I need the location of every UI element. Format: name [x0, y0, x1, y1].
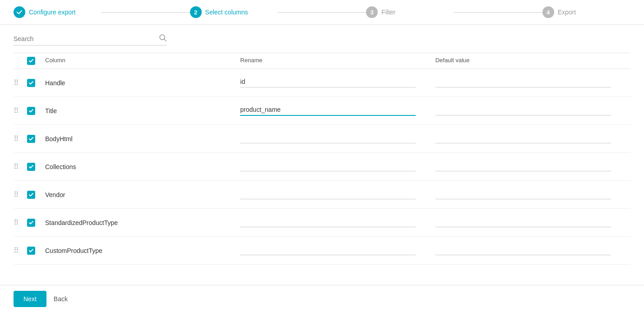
column-name-custom: CustomProductType [45, 247, 240, 254]
step-export: 4 Export [542, 6, 630, 18]
row-checkbox-title[interactable] [27, 107, 35, 115]
step-filter: 3 Filter [366, 6, 454, 18]
drag-col-header [14, 57, 27, 65]
default-cell-custom [436, 246, 630, 255]
column-name-vendor: Vendor [45, 191, 240, 198]
rename-input-collections[interactable] [240, 162, 416, 171]
drag-handle[interactable]: ⠿ [14, 78, 27, 87]
row-checkbox-handle[interactable] [27, 79, 35, 87]
row-checkbox-cell [27, 191, 45, 199]
back-button[interactable]: Back [54, 295, 68, 303]
row-checkbox-cell [27, 163, 45, 171]
rename-cell-collections [240, 162, 435, 171]
step-3-label: Filter [381, 9, 395, 16]
step-1-label: Configure export [29, 9, 76, 16]
step-2-label: Select columns [205, 9, 248, 16]
default-input-bodyhtml[interactable] [436, 134, 611, 143]
rename-cell-standardized [240, 218, 435, 227]
next-button[interactable]: Next [14, 291, 46, 307]
table-row: ⠿ Collections [14, 153, 630, 181]
table-row: ⠿ CustomProductType [14, 237, 630, 265]
rename-cell-custom [240, 246, 435, 255]
rename-input-vendor[interactable] [240, 190, 416, 199]
search-input-wrap [14, 34, 167, 46]
rename-input-bodyhtml[interactable] [240, 134, 416, 143]
default-cell-title [436, 106, 630, 115]
column-header: Column [45, 57, 240, 65]
drag-handle[interactable]: ⠿ [14, 190, 27, 199]
row-checkbox-cell [27, 247, 45, 255]
step-1-circle [14, 6, 25, 18]
step-configure-export: Configure export [14, 6, 102, 18]
default-cell-vendor [436, 190, 630, 199]
rename-header: Rename [240, 57, 435, 65]
row-checkbox-standardized[interactable] [27, 219, 35, 227]
rename-cell-handle [240, 78, 435, 87]
default-value-header: Default value [436, 57, 630, 65]
row-checkbox-cell [27, 107, 45, 115]
select-all-checkbox[interactable] [27, 57, 35, 65]
main-content: Column Rename Default value ⠿ Handle ⠿ [0, 25, 644, 285]
column-name-collections: Collections [45, 163, 240, 170]
rename-input-handle[interactable] [240, 78, 416, 87]
rename-input-custom[interactable] [240, 246, 416, 255]
drag-handle[interactable]: ⠿ [14, 134, 27, 143]
default-input-collections[interactable] [436, 162, 611, 171]
drag-handle[interactable]: ⠿ [14, 162, 27, 171]
rename-input-standardized[interactable] [240, 218, 416, 227]
rename-cell-title [240, 106, 435, 116]
step-3-circle: 3 [366, 6, 378, 18]
step-4-circle: 4 [542, 6, 554, 18]
step-select-columns: 2 Select columns [190, 6, 278, 18]
search-container [14, 34, 167, 46]
step-line-1 [102, 12, 190, 13]
table-row: ⠿ BodyHtml [14, 125, 630, 153]
column-name-handle: Handle [45, 79, 240, 87]
default-input-standardized[interactable] [436, 218, 611, 227]
row-checkbox-cell [27, 79, 45, 87]
default-input-custom[interactable] [436, 246, 611, 255]
table-row: ⠿ Vendor [14, 181, 630, 209]
step-line-3 [454, 12, 542, 13]
row-checkbox-bodyhtml[interactable] [27, 135, 35, 143]
search-input[interactable] [14, 35, 159, 42]
drag-handle[interactable]: ⠿ [14, 106, 27, 115]
rename-cell-bodyhtml [240, 134, 435, 143]
row-checkbox-vendor[interactable] [27, 191, 35, 199]
drag-handle[interactable]: ⠿ [14, 246, 27, 255]
step-2-circle: 2 [190, 6, 202, 18]
default-cell-standardized [436, 218, 630, 227]
default-cell-bodyhtml [436, 134, 630, 143]
step-4-label: Export [558, 9, 576, 16]
row-checkbox-collections[interactable] [27, 163, 35, 171]
footer: Next Back [0, 285, 644, 312]
column-name-bodyhtml: BodyHtml [45, 135, 240, 142]
search-icon [159, 34, 167, 43]
column-name-standardized: StandardizedProductType [45, 219, 240, 226]
rename-input-title[interactable] [240, 106, 416, 116]
default-input-vendor[interactable] [436, 190, 611, 199]
table-header: Column Rename Default value [14, 53, 630, 69]
default-input-handle[interactable] [436, 78, 611, 87]
table-row: ⠿ Title [14, 97, 630, 125]
rename-cell-vendor [240, 190, 435, 199]
columns-table: Column Rename Default value ⠿ Handle ⠿ [14, 53, 630, 276]
row-checkbox-cell [27, 219, 45, 227]
default-cell-handle [436, 78, 630, 87]
default-input-title[interactable] [436, 106, 611, 115]
row-checkbox-custom[interactable] [27, 247, 35, 255]
drag-handle[interactable]: ⠿ [14, 218, 27, 227]
step-line-2 [278, 12, 366, 13]
check-col-header [27, 57, 45, 65]
table-row: ⠿ StandardizedProductType [14, 209, 630, 237]
column-name-title: Title [45, 107, 240, 115]
table-row: ⠿ Handle [14, 69, 630, 97]
default-cell-collections [436, 162, 630, 171]
row-checkbox-cell [27, 135, 45, 143]
stepper: Configure export 2 Select columns 3 Filt… [0, 0, 644, 25]
